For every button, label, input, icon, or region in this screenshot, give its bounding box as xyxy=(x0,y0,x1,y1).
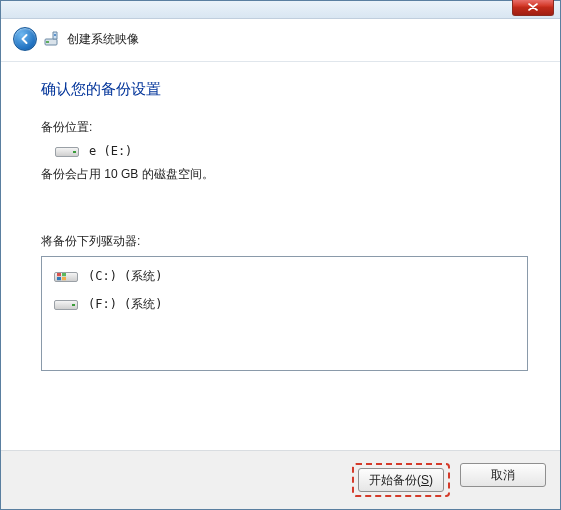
wizard-icon xyxy=(43,30,61,48)
footer: 开始备份(S) 取消 xyxy=(1,450,560,509)
backup-location-row: e (E:) xyxy=(53,142,528,160)
back-arrow-icon xyxy=(18,32,32,46)
list-item: (C:) (系统) xyxy=(50,263,519,291)
backup-location-label: 备份位置: xyxy=(41,119,528,136)
close-button[interactable] xyxy=(512,0,554,16)
drives-section-label: 将备份下列驱动器: xyxy=(41,233,528,250)
svg-rect-6 xyxy=(62,277,66,280)
page-heading: 确认您的备份设置 xyxy=(41,80,528,99)
drive-label: (C:) (系统) xyxy=(88,268,163,285)
svg-rect-3 xyxy=(57,273,61,276)
header: 创建系统映像 xyxy=(1,19,560,62)
drive-label: (F:) (系统) xyxy=(88,296,163,313)
back-button[interactable] xyxy=(13,27,37,51)
svg-rect-4 xyxy=(62,273,66,276)
drives-list: (C:) (系统) (F:) (系统) xyxy=(41,256,528,371)
content-area: 确认您的备份设置 备份位置: e (E:) 备份会占用 10 GB 的磁盘空间。… xyxy=(1,62,560,450)
svg-point-2 xyxy=(54,34,56,36)
drive-icon xyxy=(53,142,81,160)
start-label-suffix: ) xyxy=(429,473,433,487)
wizard-title: 创建系统映像 xyxy=(67,31,139,48)
backup-location-value: e (E:) xyxy=(89,144,132,158)
svg-rect-5 xyxy=(57,277,61,280)
wizard-window: 创建系统映像 确认您的备份设置 备份位置: e (E:) 备份会占用 10 GB… xyxy=(0,0,561,510)
backup-size-note: 备份会占用 10 GB 的磁盘空间。 xyxy=(41,166,528,183)
drive-icon xyxy=(52,295,80,313)
titlebar xyxy=(1,1,560,19)
start-button-highlight: 开始备份(S) xyxy=(352,463,450,497)
svg-rect-1 xyxy=(46,41,49,43)
windows-drive-icon xyxy=(52,267,80,285)
list-item: (F:) (系统) xyxy=(50,291,519,319)
start-label-key: S xyxy=(421,473,429,487)
close-icon xyxy=(528,3,538,11)
cancel-button[interactable]: 取消 xyxy=(460,463,546,487)
start-backup-button[interactable]: 开始备份(S) xyxy=(358,468,444,492)
start-label-prefix: 开始备份( xyxy=(369,473,421,487)
